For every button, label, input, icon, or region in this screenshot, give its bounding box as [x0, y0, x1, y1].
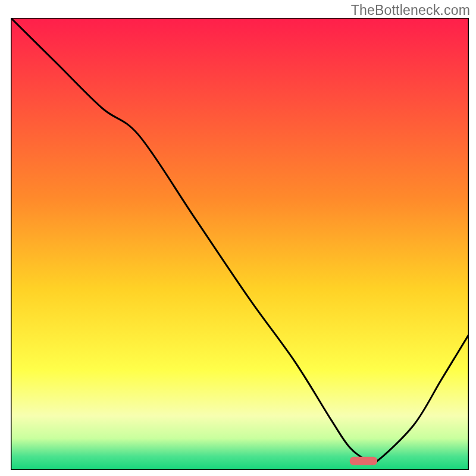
watermark-text: TheBottleneck.com	[351, 2, 470, 18]
bottleneck-chart	[11, 18, 469, 470]
plot-area	[11, 18, 469, 470]
optimal-range-marker	[350, 457, 377, 465]
chart-container: TheBottleneck.com	[0, 0, 476, 476]
